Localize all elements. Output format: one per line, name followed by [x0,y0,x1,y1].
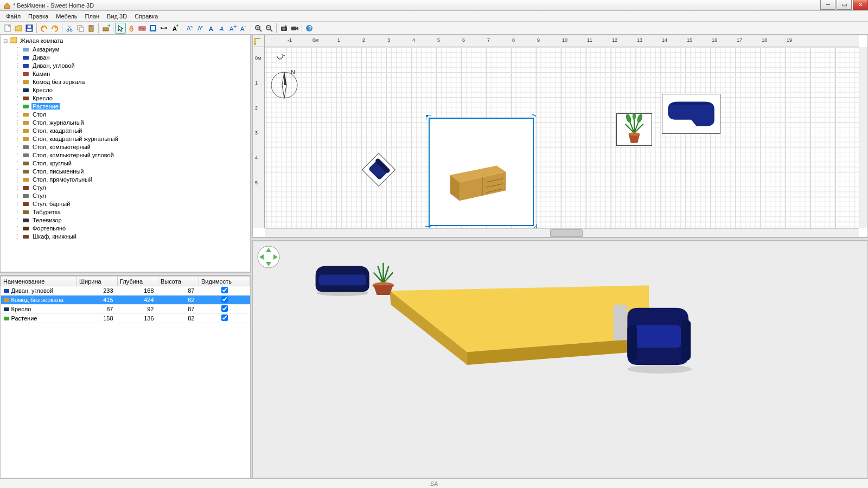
menu-справка[interactable]: Справка [131,12,162,21]
camera-photo[interactable] [278,23,289,34]
cell-width: 415 [77,296,118,305]
menu-вид 3d[interactable]: Вид 3D [103,12,131,21]
plan-2d-view[interactable]: -10м12345678910111213141516171819 0м1234… [252,35,868,237]
dimension-tool[interactable] [158,23,169,34]
catalog-item[interactable]: ⋮Комод без зеркала [2,78,249,86]
help[interactable]: ? [304,23,315,34]
text-bold[interactable]: A [206,23,216,34]
catalog-item[interactable]: ⋮Диван [2,53,249,61]
col-depth[interactable]: Глубина [118,277,158,286]
text-size-up[interactable]: A+ [227,23,238,34]
plan-object-corner-sofa[interactable] [662,94,720,134]
catalog-item-label: Кресло [31,87,54,93]
copy[interactable] [75,23,86,34]
category-label: Жилая комната [19,37,64,44]
visibility-checkbox[interactable] [221,314,228,321]
view-3d[interactable] [252,241,868,478]
svg-rect-60 [23,202,29,206]
selection-handle-br[interactable] [532,224,537,228]
plan-canvas[interactable]: N [265,47,859,228]
zoom-out[interactable] [264,23,275,34]
table-row[interactable]: Кресло879287 [1,305,250,314]
plan-object-dresser-selected[interactable] [429,118,534,226]
menu-мебель[interactable]: Мебель [52,12,81,21]
catalog-item[interactable]: ⋮Шкаф, книжный [2,232,249,240]
catalog-item[interactable]: ⋮Стул [2,191,249,200]
wall-tool[interactable] [137,23,148,34]
selection-handle-bl[interactable] [425,223,431,228]
menu-файл[interactable]: Файл [2,12,24,21]
catalog-item[interactable]: ⋮Стол, круглый [2,159,249,167]
save-file[interactable] [24,23,35,34]
furniture-list-table[interactable]: Наименование Ширина Глубина Высота Видим… [0,275,251,478]
scroll-thumb[interactable] [550,229,583,237]
catalog-item[interactable]: ⋮Камин [2,69,249,78]
catalog-item[interactable]: ⋮Аквариум [2,45,249,53]
catalog-category[interactable]: ⊟ Жилая комната [2,36,249,45]
catalog-item[interactable]: ⋮Диван, угловой [2,61,249,69]
cell-name: Комод без зеркала [1,296,77,305]
undo[interactable] [39,23,49,34]
catalog-item[interactable]: ⋮Стул [2,183,249,191]
text-size-down[interactable]: A- [238,23,249,34]
catalog-item[interactable]: ⋮Стол, прямоугольный [2,175,249,183]
tree-branch-icon: ⋮ [15,87,20,93]
catalog-item[interactable]: ⋮Растение [2,102,249,110]
menu-план[interactable]: План [81,12,104,21]
maximize-button[interactable]: ▭ [837,0,852,10]
catalog-item[interactable]: ⋮Табуретка [2,208,249,216]
col-visible[interactable]: Видимость [199,277,250,286]
visibility-checkbox[interactable] [221,287,228,293]
minimize-button[interactable]: ─ [820,0,835,10]
close-button[interactable]: ✕ [853,0,868,10]
catalog-item[interactable]: ⋮Стол, квадратный журнальный [2,134,249,143]
text-italic[interactable]: A [216,23,227,34]
table-row[interactable]: Диван, угловой23316887 [1,286,250,296]
table-row[interactable]: Растение15813682 [1,314,250,323]
col-width[interactable]: Ширина [77,277,118,286]
svg-rect-68 [4,317,9,320]
open-file[interactable] [13,23,24,34]
plan-scrollbar-horizontal[interactable] [265,228,859,237]
catalog-item[interactable]: ⋮Стол, письменный [2,167,249,175]
catalog-item[interactable]: ⋮Фортепьяно [2,224,249,232]
text-style-2[interactable]: A [195,23,206,34]
zoom-in[interactable] [253,23,264,34]
select-tool[interactable] [115,23,126,34]
ruler-tick: 19 [786,35,786,47]
catalog-item[interactable]: ⋮Стол, квадратный [2,126,249,134]
paste[interactable] [86,23,97,34]
selection-handle-tr[interactable] [531,114,536,119]
camera-video[interactable] [289,23,300,34]
plan-object-plant[interactable] [616,113,652,146]
catalog-item[interactable]: ⋮Телевизор [2,216,249,224]
catalog-item[interactable]: ⋮Стул, барный [2,200,249,208]
table-row[interactable]: Комод без зеркала41542462 [1,296,250,305]
collapse-icon[interactable]: ⊟ [3,38,8,44]
redo[interactable] [49,23,60,34]
catalog-item[interactable]: ⋮Кресло [2,94,249,102]
catalog-item-label: Стол, квадратный [31,127,84,134]
selection-handle-tl[interactable] [426,115,431,120]
catalog-item[interactable]: ⋮Стол, компьютерный угловой [2,151,249,159]
cut[interactable] [64,23,75,34]
catalog-item[interactable]: ⋮Стол, журнальный [2,118,249,126]
catalog-item[interactable]: ⋮Стол, компьютерный [2,143,249,151]
catalog-item[interactable]: ⋮Кресло [2,86,249,94]
compass-icon[interactable]: N [269,53,299,101]
new-file[interactable] [2,23,13,34]
catalog-item[interactable]: ⋮Стол [2,110,249,118]
room-tool[interactable] [148,23,158,34]
menu-правка[interactable]: Правка [24,12,52,21]
plan-object-armchair[interactable] [362,153,395,187]
text-tool[interactable]: A+ [169,23,180,34]
furniture-catalog-tree[interactable]: ⊟ Жилая комната ⋮Аквариум⋮Диван⋮Диван, у… [0,35,251,272]
add-furniture[interactable]: + [100,23,111,34]
plan-scrollbar-vertical[interactable] [859,47,867,228]
col-height[interactable]: Высота [158,277,199,286]
pan-tool[interactable] [126,23,137,34]
col-name[interactable]: Наименование [1,277,77,286]
visibility-checkbox[interactable] [221,305,228,312]
text-style-1[interactable]: A [184,23,195,34]
visibility-checkbox[interactable] [221,296,228,303]
